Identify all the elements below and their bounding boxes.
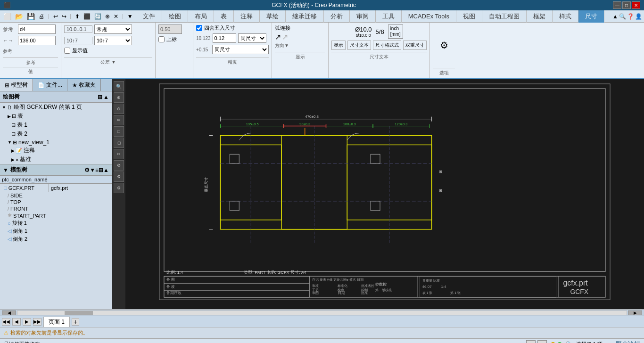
precision-input[interactable] bbox=[213, 33, 236, 43]
model-tree-collapse-btn[interactable]: ▲ bbox=[103, 167, 109, 173]
model-row-chamfer2[interactable]: ◁ 倒角 2 bbox=[0, 235, 112, 243]
dim-format-icon[interactable]: 尺寸格式式 bbox=[373, 41, 401, 50]
tolerance-value-input[interactable] bbox=[158, 24, 182, 34]
minimize-btn[interactable]: — bbox=[613, 1, 621, 9]
extra1-btn[interactable]: ⊕ bbox=[104, 12, 111, 21]
horizontal-scrollbar[interactable]: ◀ ▶ bbox=[0, 309, 644, 316]
menu-drawing[interactable]: 绘图 bbox=[162, 10, 188, 23]
ref-input[interactable] bbox=[18, 24, 56, 34]
page-last-btn[interactable]: ▶▶ bbox=[33, 318, 41, 326]
tree-node-table[interactable]: ▶ ⊟ 表 bbox=[0, 112, 112, 121]
settings3-btn[interactable]: ⚙ bbox=[114, 183, 124, 193]
settings2-btn[interactable]: ⚙ bbox=[114, 172, 124, 182]
model-tree-opts-btn[interactable]: ⚙ bbox=[84, 167, 90, 173]
tree-settings-btn[interactable]: ⊞ bbox=[98, 94, 102, 100]
help-btn[interactable]: ❓ bbox=[627, 13, 634, 20]
open-btn[interactable]: 📂 bbox=[14, 12, 25, 21]
scroll-right-btn[interactable]: ▶ bbox=[628, 310, 642, 315]
print-btn[interactable]: 🖨 bbox=[37, 12, 46, 21]
zoom-out-btn[interactable]: ⊖ bbox=[114, 104, 124, 114]
datum-arrow[interactable]: ▶ bbox=[11, 157, 15, 162]
model-row-top[interactable]: / TOP bbox=[0, 199, 112, 205]
page-add-btn[interactable]: + bbox=[72, 318, 79, 326]
menu-sketch[interactable]: 草绘 bbox=[260, 10, 286, 23]
select-rect-btn[interactable]: □ bbox=[114, 126, 124, 137]
menu-frame[interactable]: 框架 bbox=[527, 10, 553, 23]
options-icon[interactable]: ⚙ bbox=[440, 40, 448, 51]
page-first-btn[interactable]: ◀◀ bbox=[2, 318, 10, 326]
panel-tab-file[interactable]: 📄 文件... bbox=[33, 79, 67, 91]
settings1-btn[interactable]: ⚙ bbox=[114, 160, 124, 171]
new-view-arrow[interactable]: ▼ bbox=[8, 140, 12, 145]
tree-node-table2[interactable]: ⊟ 表 2 bbox=[0, 130, 112, 139]
redo-btn[interactable]: ↪ bbox=[60, 12, 68, 21]
dual-dim-icon[interactable]: 双重尺寸 bbox=[403, 41, 427, 50]
menu-review[interactable]: 审阅 bbox=[350, 10, 376, 23]
model-row-gcfx[interactable]: □ GCFX.PRT gcfx.prt bbox=[0, 184, 112, 192]
show-value-checkbox[interactable] bbox=[64, 48, 70, 54]
model-tree-config-btn[interactable]: ⊞ bbox=[99, 167, 103, 173]
zoom-in-btn[interactable]: 🔍 bbox=[114, 81, 124, 91]
model-row-chamfer1[interactable]: ◁ 倒角 1 bbox=[0, 227, 112, 235]
direction-label[interactable]: 方向▼ bbox=[275, 42, 290, 49]
precision-sub-select[interactable]: 同尺寸 bbox=[212, 45, 269, 54]
display-icon1[interactable]: 显示 bbox=[331, 41, 346, 50]
scroll-left-btn[interactable]: ◀ bbox=[2, 310, 16, 315]
page-prev-btn[interactable]: ◀ bbox=[12, 318, 21, 326]
restore-btn[interactable]: □ bbox=[622, 1, 631, 9]
scroll-track[interactable] bbox=[17, 310, 627, 315]
rotate-btn[interactable]: 🔄 bbox=[93, 12, 103, 21]
scroll-thumb[interactable] bbox=[65, 311, 93, 315]
menu-style[interactable]: 样式 bbox=[553, 10, 578, 23]
cut-tool-btn[interactable]: ✂ bbox=[114, 149, 124, 159]
menu-mcadex[interactable]: MCADEx Tools bbox=[402, 10, 456, 23]
model-row-start-part[interactable]: ✱ START_PART bbox=[0, 212, 112, 219]
close-btn[interactable]: ✕ bbox=[632, 1, 640, 9]
tree-node-table1[interactable]: ⊟ 表 1 bbox=[0, 121, 112, 130]
precision-unit-select[interactable]: 同尺寸 bbox=[238, 33, 266, 43]
tree-node-annotation[interactable]: ▶ 📝 注释 bbox=[0, 146, 112, 155]
table-arrow[interactable]: ▶ bbox=[8, 114, 11, 119]
drawing-arrow[interactable]: ▼ bbox=[2, 105, 6, 110]
menu-table[interactable]: 表 bbox=[214, 10, 234, 23]
dim-text-icon[interactable]: 尺寸文本 bbox=[347, 41, 371, 50]
value-input[interactable] bbox=[18, 36, 56, 45]
menu-analysis[interactable]: 分析 bbox=[324, 10, 350, 23]
filter-btn[interactable]: ⬛ bbox=[82, 12, 92, 21]
four-five-checkbox[interactable] bbox=[196, 25, 202, 31]
menu-layout[interactable]: 布局 bbox=[188, 10, 214, 23]
panel-tab-model-tree[interactable]: ⊞ 模型树 bbox=[0, 79, 33, 91]
ribbon-collapse-btn[interactable]: ▲ bbox=[612, 13, 618, 20]
edit-tool-btn[interactable]: ✏ bbox=[114, 115, 124, 125]
search-btn[interactable]: 🔍 bbox=[619, 13, 626, 20]
misc-btn[interactable]: ▼ bbox=[126, 12, 134, 21]
model-row-revolve[interactable]: ○ 旋转 1 bbox=[0, 219, 112, 227]
tree-node-drawing[interactable]: ▼ 🗋 绘图 GCFX.DRW 的第 1 页 bbox=[0, 103, 112, 112]
zoom-area-btn[interactable]: ⊕ bbox=[114, 92, 124, 103]
plus-checkbox[interactable] bbox=[158, 36, 165, 42]
tolerance-sub-select[interactable]: 10↑7 bbox=[94, 36, 132, 45]
panel-tab-favorites[interactable]: ★ 收藏夹 bbox=[67, 79, 101, 91]
view-tool-btn[interactable]: ◻ bbox=[114, 138, 124, 148]
annotation-arrow[interactable]: ▶ bbox=[11, 148, 15, 153]
page-tab-1[interactable]: 页面 1 bbox=[43, 317, 70, 327]
model-tree-filter-btn[interactable]: ▼ bbox=[90, 167, 95, 173]
tree-node-new-view[interactable]: ▼ ⊞ new_view_1 bbox=[0, 139, 112, 146]
menu-autoeng[interactable]: 自动工程图 bbox=[482, 10, 527, 23]
model-tree-expand-btn[interactable]: ▼ bbox=[3, 167, 8, 173]
new-btn[interactable]: ⬜ bbox=[2, 12, 13, 21]
select-btn[interactable]: ⬆ bbox=[74, 12, 81, 21]
tree-node-datum[interactable]: ▶ × 基准 bbox=[0, 155, 112, 164]
canvas-area[interactable]: 🔍 ⊕ ⊖ ✏ □ ◻ ✂ ⚙ ⚙ ⚙ bbox=[112, 79, 644, 309]
model-row-side[interactable]: / SIDE bbox=[0, 192, 112, 199]
model-tree-sort-btn[interactable]: ≡ bbox=[95, 167, 99, 173]
tree-collapse-btn[interactable]: ▲ bbox=[103, 94, 109, 100]
account-btn[interactable]: 👤 bbox=[635, 13, 642, 20]
menu-inherit[interactable]: 继承迁移 bbox=[286, 10, 324, 23]
model-row-front[interactable]: / FRONT bbox=[0, 205, 112, 212]
bottom-icon1[interactable]: □ bbox=[526, 340, 536, 343]
menu-file[interactable]: 文件 bbox=[136, 10, 162, 23]
menu-dim[interactable]: 尺寸 bbox=[578, 10, 604, 23]
menu-annotation[interactable]: 注释 bbox=[234, 10, 260, 23]
bottom-icon2[interactable]: □ bbox=[537, 340, 547, 343]
